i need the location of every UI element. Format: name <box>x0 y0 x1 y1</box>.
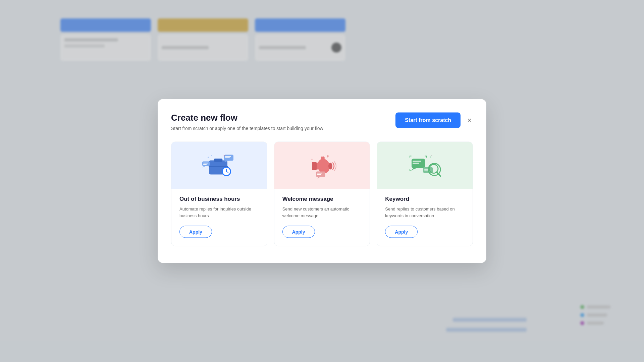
svg-marker-26 <box>317 177 321 179</box>
modal-title: Create new flow <box>171 113 323 123</box>
apply-button-keyword[interactable]: Apply <box>385 226 418 238</box>
card-illustration-keyword: × <box>377 142 473 189</box>
svg-point-18 <box>228 158 230 160</box>
svg-point-15 <box>208 157 209 158</box>
card-illustration-business: × <box>171 142 267 189</box>
card-body-welcome: Welcome message Send new customers an au… <box>274 189 370 246</box>
card-illustration-welcome <box>274 142 370 189</box>
modal-subtitle: Start from scratch or apply one of the t… <box>171 126 323 131</box>
templates-grid: × Out of business hours Automate replies… <box>171 142 473 246</box>
template-card-keyword: × Keyword Send replies to customers base… <box>377 142 473 246</box>
card-title-business: Out of business hours <box>179 196 259 202</box>
svg-rect-3 <box>202 162 210 166</box>
modal-header-actions: Start from scratch × <box>395 113 473 128</box>
svg-rect-2 <box>209 166 228 167</box>
apply-button-welcome[interactable]: Apply <box>282 226 315 238</box>
svg-text:×: × <box>223 154 225 157</box>
create-flow-modal: Create new flow Start from scratch or ap… <box>158 99 486 263</box>
svg-marker-6 <box>202 166 206 168</box>
svg-rect-24 <box>317 173 322 174</box>
svg-rect-30 <box>413 163 419 164</box>
svg-rect-4 <box>203 163 208 164</box>
card-title-keyword: Keyword <box>385 196 465 202</box>
svg-rect-34 <box>424 171 428 172</box>
svg-point-16 <box>211 155 212 156</box>
svg-text:×: × <box>431 154 433 157</box>
card-desc-welcome: Send new customers an automatic welcome … <box>282 206 362 219</box>
card-desc-keyword: Send replies to customers based on keywo… <box>385 206 465 219</box>
svg-rect-1 <box>214 159 222 162</box>
template-card-welcome: Welcome message Send new customers an au… <box>274 142 370 246</box>
svg-point-27 <box>311 159 313 160</box>
svg-rect-5 <box>203 164 207 165</box>
template-card-out-of-business: × Out of business hours Automate replies… <box>171 142 267 246</box>
svg-rect-29 <box>413 161 421 162</box>
svg-rect-21 <box>312 162 317 170</box>
svg-rect-25 <box>317 174 321 175</box>
modal-title-group: Create new flow Start from scratch or ap… <box>171 113 323 131</box>
svg-marker-31 <box>412 168 417 170</box>
start-from-scratch-button[interactable]: Start from scratch <box>395 113 461 128</box>
svg-rect-8 <box>225 156 231 157</box>
apply-button-business[interactable]: Apply <box>179 226 212 238</box>
svg-point-22 <box>328 163 332 170</box>
card-body-keyword: Keyword Send replies to customers based … <box>377 189 473 246</box>
modal-header: Create new flow Start from scratch or ap… <box>171 113 473 131</box>
card-title-welcome: Welcome message <box>282 196 362 202</box>
close-button[interactable]: × <box>466 115 473 125</box>
card-desc-business: Automate replies for inquiries outside b… <box>179 206 259 219</box>
card-body-business: Out of business hours Automate replies f… <box>171 189 267 246</box>
